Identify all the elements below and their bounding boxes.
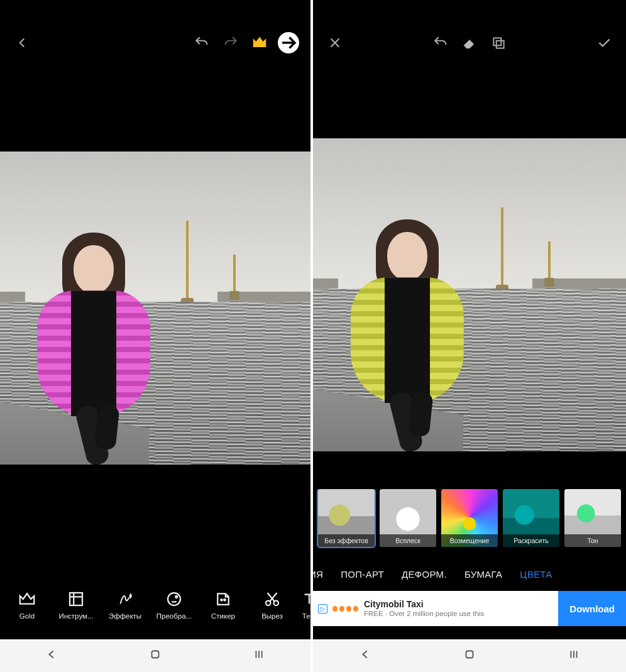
canvas-area[interactable]: [313, 63, 626, 489]
redo-button[interactable]: [220, 32, 241, 53]
tool-cutout[interactable]: Вырез: [248, 590, 297, 620]
undo-button[interactable]: [191, 32, 212, 53]
effect-tone[interactable]: Тон: [564, 489, 621, 547]
top-toolbar: [0, 23, 310, 63]
svg-point-1: [168, 593, 180, 605]
undo-button[interactable]: [430, 32, 451, 53]
effect-splash[interactable]: Всплеск: [380, 489, 436, 547]
tool-tools[interactable]: Инструм...: [52, 590, 101, 620]
tab-deform[interactable]: ДЕФОРМ.: [402, 569, 447, 580]
close-button[interactable]: [324, 32, 346, 53]
effect-label: Тон: [564, 534, 621, 547]
nav-home-icon[interactable]: [463, 647, 476, 664]
ad-app-icon: [331, 595, 359, 622]
tool-label: Преобра...: [156, 612, 192, 620]
bottom-tool-row: Gold Инструм... Эффекты Преобра... Стике…: [0, 581, 310, 628]
effect-colorize[interactable]: Раскрасить: [503, 489, 559, 547]
ad-text: Citymobil Taxi FREE · Over 2 million peo…: [364, 599, 558, 619]
back-button[interactable]: [11, 32, 33, 53]
system-nav-bar: [0, 639, 310, 672]
ad-title: Citymobil Taxi: [364, 599, 558, 610]
nav-back-icon[interactable]: [358, 647, 372, 664]
ad-info-icon[interactable]: ▷: [318, 604, 327, 614]
effect-none[interactable]: Без эффектов: [318, 489, 375, 547]
svg-rect-7: [151, 651, 158, 658]
nav-recents-icon[interactable]: [252, 647, 266, 664]
status-bar: [313, 0, 626, 23]
tab-popart[interactable]: ПОП-АРТ: [341, 569, 384, 580]
effect-thumbnails: Без эффектов Всплеск Возмещение Раскраси…: [313, 489, 626, 557]
tool-label: Те...: [302, 612, 310, 620]
layers-icon[interactable]: [488, 32, 509, 53]
tool-text[interactable]: Те...: [297, 590, 310, 620]
crown-icon[interactable]: [249, 32, 270, 53]
tool-label: Вырез: [261, 612, 283, 620]
tool-effects[interactable]: Эффекты: [101, 590, 150, 620]
nav-back-icon[interactable]: [45, 647, 58, 664]
svg-rect-8: [493, 38, 501, 45]
tool-label: Эффекты: [109, 612, 141, 620]
next-button[interactable]: [278, 32, 299, 53]
tab-colors[interactable]: ЦВЕТА: [520, 569, 552, 580]
tool-label: Инструм...: [58, 612, 93, 620]
svg-rect-10: [466, 651, 473, 658]
tool-label: Gold: [19, 612, 35, 620]
edited-photo: [313, 138, 626, 451]
ad-banner[interactable]: ▷ Citymobil Taxi FREE · Over 2 million p…: [313, 591, 626, 626]
tab-partial[interactable]: ИЯ: [313, 569, 323, 580]
nav-recents-icon[interactable]: [567, 647, 581, 664]
effect-displace[interactable]: Возмещение: [441, 489, 498, 547]
tool-sticker[interactable]: Стикер: [199, 590, 248, 620]
tab-paper[interactable]: БУМАГА: [464, 569, 502, 580]
tool-label: Стикер: [211, 612, 235, 620]
system-nav-bar: [313, 639, 626, 672]
editor-right-pane: Без эффектов Всплеск Возмещение Раскраси…: [313, 0, 626, 672]
svg-point-4: [224, 599, 226, 601]
tool-transform[interactable]: Преобра...: [150, 590, 199, 620]
eraser-icon[interactable]: [459, 32, 480, 53]
effect-label: Возмещение: [441, 534, 498, 547]
svg-point-3: [221, 599, 222, 601]
top-toolbar: [313, 23, 626, 63]
effect-category-tabs: ИЯ ПОП-АРТ ДЕФОРМ. БУМАГА ЦВЕТА: [313, 557, 626, 591]
nav-home-icon[interactable]: [148, 647, 162, 664]
editor-left-pane: Gold Инструм... Эффекты Преобра... Стике…: [0, 0, 313, 672]
svg-point-2: [175, 596, 177, 598]
effect-label: Без эффектов: [318, 534, 375, 547]
edited-photo: [0, 151, 310, 465]
status-bar: [0, 0, 310, 23]
effect-label: Раскрасить: [503, 534, 559, 547]
ad-download-button[interactable]: Download: [558, 591, 626, 626]
ad-subtitle: FREE · Over 2 million people use this: [364, 610, 558, 619]
apply-button[interactable]: [593, 32, 615, 53]
tool-gold[interactable]: Gold: [3, 590, 52, 620]
effect-label: Всплеск: [380, 534, 436, 547]
svg-rect-9: [497, 41, 504, 48]
svg-rect-0: [70, 593, 82, 605]
canvas-area[interactable]: [0, 63, 310, 553]
